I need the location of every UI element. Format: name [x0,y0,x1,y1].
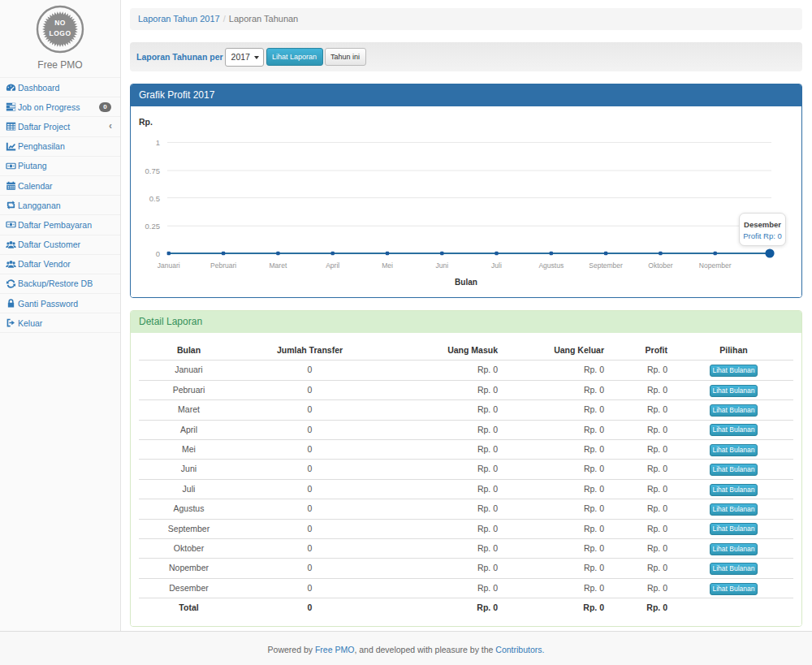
svg-text:Nopember: Nopember [699,261,732,270]
svg-text:0: 0 [156,249,160,258]
svg-text:1: 1 [156,138,160,147]
svg-text:Bulan: Bulan [455,278,477,287]
svg-text:Juli: Juli [491,261,502,270]
svg-text:Pebruari: Pebruari [210,261,236,270]
svg-text:Maret: Maret [270,261,287,270]
svg-text:0.25: 0.25 [145,222,161,231]
svg-text:0.5: 0.5 [149,194,160,203]
svg-text:April: April [326,261,339,270]
svg-text:Agustus: Agustus [538,261,564,270]
svg-text:Oktober: Oktober [648,261,672,270]
svg-text:0.75: 0.75 [145,166,161,175]
svg-text:Mei: Mei [382,261,393,270]
svg-text:Rp.: Rp. [139,117,153,127]
svg-text:Januari: Januari [158,261,180,270]
svg-text:NO: NO [54,19,66,27]
svg-text:Juni: Juni [436,261,449,270]
svg-text:LOGO: LOGO [49,29,71,37]
svg-text:September: September [589,261,623,270]
